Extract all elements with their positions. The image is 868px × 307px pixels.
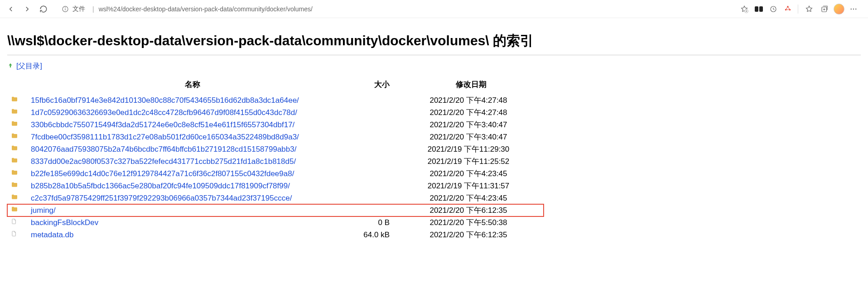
table-row: c2c37fd5a97875429ff251f3979f292293b06966… <box>7 192 544 204</box>
header-size: 大小 <box>353 77 399 94</box>
entry-link[interactable]: 1d7c059290636326693e0ed1dc2c48cc4728cfb9… <box>31 108 297 117</box>
entry-name-cell: b285b28a10b5a5fbdc1366ac5e280baf20fc94fe… <box>27 180 353 192</box>
entry-link[interactable]: backingFsBlockDev <box>31 218 98 227</box>
entry-link[interactable]: 8042076aad75938075b2a74b6bcdbc7ff64bffcb… <box>31 145 296 154</box>
file-icon <box>7 229 27 241</box>
header-icon <box>7 77 27 94</box>
info-icon <box>62 5 69 13</box>
header-date: 修改日期 <box>399 77 544 94</box>
table-row: b285b28a10b5a5fbdc1366ac5e280baf20fc94fe… <box>7 180 544 192</box>
folder-icon <box>7 155 27 168</box>
entry-link[interactable]: b22fe185e699dc14d0c76e12f9129784427a71c6… <box>31 169 294 178</box>
entry-name-cell: b22fe185e699dc14d0c76e12f9129784427a71c6… <box>27 168 353 180</box>
entry-name-cell: 330b6cbbdc7550715494f3da2d51724e6e0c8e8c… <box>27 119 353 131</box>
folder-icon <box>7 106 27 119</box>
folder-icon <box>7 119 27 131</box>
folder-icon <box>7 131 27 143</box>
entry-size: 0 B <box>353 216 399 229</box>
entry-date: 2021/2/20 下午6:12:35 <box>399 204 544 216</box>
entry-name-cell: backingFsBlockDev <box>27 216 353 229</box>
url-text: wsl%24/docker-desktop-data/version-pack-… <box>99 5 313 13</box>
favorites-icon[interactable] <box>802 2 816 16</box>
entry-name-cell: 8042076aad75938075b2a74b6bcdbc7ff64bffcb… <box>27 143 353 155</box>
entry-date: 2021/2/20 下午4:23:45 <box>399 192 544 204</box>
entry-name-cell: metadata.db <box>27 229 353 241</box>
entry-link[interactable]: c2c37fd5a97875429ff251f3979f292293b06966… <box>31 194 292 202</box>
address-bar[interactable]: 文件 | wsl%24/docker-desktop-data/version-… <box>56 2 732 16</box>
page-title: \\wsl$\docker-desktop-data\version-pack-… <box>7 24 861 55</box>
table-row: 1d7c059290636326693e0ed1dc2c48cc4728cfb9… <box>7 106 544 119</box>
entry-link[interactable]: b285b28a10b5a5fbdc1366ac5e280baf20fc94fe… <box>31 182 290 190</box>
page-content: \\wsl$\docker-desktop-data\version-pack-… <box>0 18 868 252</box>
table-row: b22fe185e699dc14d0c76e12f9129784427a71c6… <box>7 168 544 180</box>
entry-date: 2021/2/20 下午6:12:35 <box>399 229 544 241</box>
toolbar-right <box>737 2 864 16</box>
entry-size <box>353 192 399 204</box>
entry-link[interactable]: 15fb6c16a0bf7914e3e842d10130e80c88c70f54… <box>31 96 299 105</box>
entry-link[interactable]: 8337dd00e2ac980f0537c327ba522fefecd43177… <box>31 157 296 166</box>
svg-point-2 <box>65 8 66 8</box>
collections-icon[interactable] <box>817 2 832 16</box>
entry-link[interactable]: 7fcdbee00cf3598111b1783d1c27e08ab501f2d6… <box>31 133 299 141</box>
entry-size <box>353 168 399 180</box>
entry-date: 2021/2/20 下午4:23:45 <box>399 168 544 180</box>
table-row: 7fcdbee00cf3598111b1783d1c27e08ab501f2d6… <box>7 131 544 143</box>
table-row: backingFsBlockDev0 B2021/2/20 下午5:50:38 <box>7 216 544 229</box>
entry-date: 2021/2/20 下午3:40:47 <box>399 119 544 131</box>
more-menu-icon[interactable] <box>846 2 861 16</box>
entry-date: 2021/2/19 下午11:31:57 <box>399 180 544 192</box>
entry-name-cell: juming/ <box>27 204 353 216</box>
svg-point-15 <box>851 8 852 9</box>
entry-name-cell: 8337dd00e2ac980f0537c327ba522fefecd43177… <box>27 155 353 168</box>
extension-icon-2[interactable] <box>766 2 781 16</box>
extension-icon-1[interactable] <box>752 3 765 15</box>
entry-date: 2021/2/19 下午11:25:52 <box>399 155 544 168</box>
entry-size <box>353 131 399 143</box>
entry-link[interactable]: 330b6cbbdc7550715494f3da2d51724e6e0c8e8c… <box>31 120 294 129</box>
directory-listing: 名称 大小 修改日期 15fb6c16a0bf7914e3e842d10130e… <box>7 77 544 241</box>
toolbar-separator <box>798 5 798 14</box>
entry-date: 2021/2/20 下午4:27:48 <box>399 94 544 106</box>
entry-link[interactable]: metadata.db <box>31 230 74 239</box>
entry-size <box>353 180 399 192</box>
refresh-button[interactable] <box>36 2 51 16</box>
table-row: 15fb6c16a0bf7914e3e842d10130e80c88c70f54… <box>7 94 544 106</box>
table-row: 8042076aad75938075b2a74b6bcdbc7ff64bffcb… <box>7 143 544 155</box>
back-button[interactable] <box>4 2 18 16</box>
entry-name-cell: c2c37fd5a97875429ff251f3979f292293b06966… <box>27 192 353 204</box>
header-name: 名称 <box>27 77 353 94</box>
table-header-row: 名称 大小 修改日期 <box>7 77 544 94</box>
svg-rect-6 <box>755 6 758 12</box>
svg-point-10 <box>785 9 786 10</box>
folder-icon <box>7 168 27 180</box>
table-row: 330b6cbbdc7550715494f3da2d51724e6e0c8e8c… <box>7 119 544 131</box>
entry-name-cell: 15fb6c16a0bf7914e3e842d10130e80c88c70f54… <box>27 94 353 106</box>
entry-date: 2021/2/20 下午3:40:47 <box>399 131 544 143</box>
forward-button[interactable] <box>20 2 34 16</box>
profile-avatar[interactable] <box>833 3 845 15</box>
svg-point-11 <box>789 9 791 10</box>
table-row: 8337dd00e2ac980f0537c327ba522fefecd43177… <box>7 155 544 168</box>
entry-size <box>353 204 399 216</box>
svg-rect-7 <box>759 6 763 12</box>
url-scheme-label: 文件 <box>72 5 85 13</box>
browser-toolbar: 文件 | wsl%24/docker-desktop-data/version-… <box>0 0 868 18</box>
entry-date: 2021/2/20 下午4:27:48 <box>399 106 544 119</box>
folder-icon <box>7 192 27 204</box>
favorite-add-icon[interactable] <box>737 2 752 16</box>
entry-date: 2021/2/20 下午5:50:38 <box>399 216 544 229</box>
table-row: juming/2021/2/20 下午6:12:35 <box>7 204 544 216</box>
entry-size: 64.0 kB <box>353 229 399 241</box>
entry-link[interactable]: juming/ <box>31 206 56 215</box>
svg-point-9 <box>787 6 788 7</box>
folder-icon <box>7 143 27 155</box>
entry-size <box>353 155 399 168</box>
extension-icon-3[interactable] <box>781 3 794 15</box>
parent-directory-row: [父目录] <box>7 60 861 77</box>
file-icon <box>7 216 27 229</box>
table-row: metadata.db64.0 kB2021/2/20 下午6:12:35 <box>7 229 544 241</box>
svg-point-17 <box>855 8 856 9</box>
up-folder-icon <box>7 62 14 70</box>
parent-directory-link[interactable]: [父目录] <box>16 62 42 71</box>
entry-size <box>353 94 399 106</box>
